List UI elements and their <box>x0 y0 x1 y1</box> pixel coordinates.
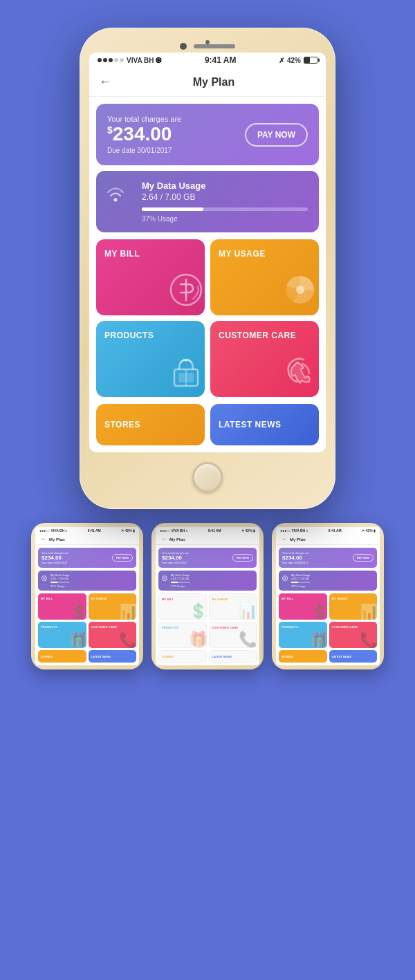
thumb-usage-3: 37% Usage <box>291 584 311 588</box>
thumb-grid-2: MY BILL 💲 MY USAGE 📊 PRODUCTS 🎁 CUSTOMER… <box>158 593 257 648</box>
thumb-tile-care-1: CUSTOMER CARE 📞 <box>89 622 137 648</box>
progress-bar <box>142 207 308 211</box>
thumb-status-1: ●●●○○ VIVA BH ≈ 9:41 AM ✕ 42% ▮ <box>35 527 139 534</box>
products-icon <box>162 347 205 397</box>
thumb-tile-care-label-2: CUSTOMER CARE <box>212 626 239 629</box>
thumb-tile-bill-2: MY BILL 💲 <box>158 593 207 620</box>
thumb-data-icon-1: ⊛ <box>41 573 48 588</box>
phone-speaker <box>194 44 235 48</box>
tile-my-usage[interactable]: MY USAGE <box>210 239 319 315</box>
thumb-bottom-3: STORES LATEST NEWS <box>279 650 377 663</box>
thumb-tile-products-label-1: PRODUCTS <box>41 625 57 629</box>
tile-products[interactable]: PRODUCTS <box>96 321 205 397</box>
thumb-progress-fill-3 <box>291 582 298 583</box>
wifi-signal-svg <box>107 183 132 208</box>
thumb-tile-usage-icon-1: 📊 <box>119 603 136 620</box>
thumb-screen-1: ●●●○○ VIVA BH ≈ 9:41 AM ✕ 42% ▮ ← My Pla… <box>35 527 139 665</box>
thumb-stores-3: STORES <box>279 650 327 663</box>
thumbnail-phone-2: ●●●○○ VIVA BH ≈ 9:41 AM ✕ 42% ▮ ← My Pla… <box>151 523 264 669</box>
tile-latest-news-label: LATEST NEWS <box>219 420 282 429</box>
thumb-tile-usage-3: MY USAGE 📊 <box>329 593 378 620</box>
thumb-header-3: ← My Plan <box>276 534 380 545</box>
thumb-data-info-1: My Data Usage 2.64 / 7.00 GB 37% Usage <box>50 573 70 588</box>
tile-customer-care[interactable]: CUSTOMER CARE <box>210 321 319 397</box>
thumb-amount-2: $234.00 <box>162 555 189 561</box>
tile-stores[interactable]: STORES <box>96 404 205 445</box>
tile-my-bill[interactable]: MY BILL <box>96 239 205 315</box>
data-amount: 2.64 / 7.00 GB <box>142 192 308 202</box>
thumb-tile-bill-icon-1: 💲 <box>69 603 86 620</box>
signal-dot-4 <box>114 58 118 62</box>
thumb-title-1: My Plan <box>49 537 65 542</box>
thumb-progress-2 <box>171 582 190 583</box>
home-button[interactable] <box>192 462 223 492</box>
thumb-data-2: ⊛ My Data Usage 2.64 / 7.00 GB 37% Usage <box>158 571 257 591</box>
thumbnail-phone-3: ●●●○○ VIVA BH ≈ 9:41 AM ✕ 42% ▮ ← My Pla… <box>272 523 384 669</box>
thumb-tile-products-label-3: PRODUCTS <box>282 625 298 629</box>
thumb-tile-usage-label-2: MY USAGE <box>212 598 228 601</box>
thumb-tile-products-icon-3: 🎁 <box>310 631 327 648</box>
thumb-tile-care-3: CUSTOMER CARE 📞 <box>329 622 378 648</box>
thumb-news-3: LATEST NEWS <box>329 650 378 663</box>
bill-icon <box>162 266 205 315</box>
thumb-charge-info-3: Your total charges are $234.00 Due date … <box>282 551 309 564</box>
usage-icon <box>276 266 319 315</box>
thumb-bottom-1: STORES LATEST NEWS <box>38 650 136 663</box>
thumb-tile-usage-label-1: MY USAGE <box>91 597 107 600</box>
thumb-battery-1: ✕ 42% ▮ <box>121 528 135 533</box>
menu-grid: MY BILL MY USAGE <box>89 239 326 404</box>
thumb-tile-bill-icon-2: 💲 <box>189 602 207 620</box>
charge-due: Due date 30/01/2017 <box>107 147 181 154</box>
thumb-tile-products-label-2: PRODUCTS <box>162 626 178 629</box>
thumb-bottom-2: STORES LATEST NEWS <box>158 650 257 663</box>
thumb-time-3: 9:41 AM <box>329 528 342 533</box>
thumb-screen-2: ●●●○○ VIVA BH ≈ 9:41 AM ✕ 42% ▮ ← My Pla… <box>156 527 259 665</box>
thumb-data-icon-2: ⊛ <box>161 573 168 588</box>
thumb-tile-bill-label-1: MY BILL <box>41 597 53 600</box>
status-left: VIVA BH ⊛ <box>98 55 162 65</box>
thumb-stores-1: STORES <box>38 650 86 663</box>
thumb-tile-care-icon-3: 📞 <box>360 631 377 648</box>
thumb-news-label-3: LATEST NEWS <box>332 655 351 658</box>
back-button[interactable]: ← <box>99 75 111 89</box>
thumb-progress-1 <box>50 582 70 583</box>
thumb-pay-2: PAY NOW <box>232 554 253 562</box>
thumb-tile-bill-3: MY BILL 💲 <box>279 593 327 620</box>
thumb-progress-3 <box>291 582 311 583</box>
thumb-grid-1: MY BILL 💲 MY USAGE 📊 PRODUCTS 🎁 CUSTOMER… <box>38 593 136 648</box>
charge-amount: $234.00 <box>107 123 181 145</box>
signal-dot-2 <box>103 58 107 62</box>
charge-info: Your total charges are $234.00 Due date … <box>107 115 181 154</box>
amount-value: 234.00 <box>113 123 172 145</box>
customer-care-icon <box>276 347 319 397</box>
thumb-pay-1: PAY NOW <box>112 554 133 562</box>
tile-my-usage-label: MY USAGE <box>219 249 266 259</box>
svg-point-2 <box>296 286 304 294</box>
charge-card: Your total charges are $234.00 Due date … <box>96 104 319 165</box>
phone-top-bar <box>89 37 326 53</box>
bottom-row: STORES LATEST NEWS <box>89 404 326 452</box>
tile-latest-news[interactable]: LATEST NEWS <box>210 404 319 445</box>
thumb-tile-products-3: PRODUCTS 🎁 <box>279 622 327 648</box>
thumbnail-row: ●●●○○ VIVA BH ≈ 9:41 AM ✕ 42% ▮ ← My Pla… <box>0 509 415 669</box>
battery-pct: 42% <box>287 57 301 64</box>
thumb-status-2: ●●●○○ VIVA BH ≈ 9:41 AM ✕ 42% ▮ <box>156 527 259 534</box>
thumb-tile-usage-icon-3: 📊 <box>360 603 377 620</box>
thumb-stores-label-1: STORES <box>41 655 52 658</box>
thumb-stores-label-3: STORES <box>282 655 293 658</box>
thumb-carrier-3: ●●●○○ VIVA BH ≈ <box>280 528 308 533</box>
thumb-tile-products-1: PRODUCTS 🎁 <box>38 622 86 648</box>
thumb-battery-3: ✕ 42% ▮ <box>362 528 376 533</box>
thumb-back-3: ← <box>282 536 287 542</box>
thumb-carrier-1: ●●●○○ VIVA BH ≈ <box>39 528 67 533</box>
pay-now-button[interactable]: PAY NOW <box>245 123 308 147</box>
thumb-data-icon-3: ⊛ <box>282 573 288 588</box>
progress-fill <box>142 207 203 211</box>
currency-symbol: $ <box>107 124 113 136</box>
thumb-title-2: My Plan <box>169 537 185 542</box>
thumb-tile-bill-label-2: MY BILL <box>162 598 174 601</box>
thumb-data-amt-1: 2.64 / 7.00 GB <box>50 577 70 580</box>
wifi-icon: ⊛ <box>155 55 162 65</box>
usage-percent: 37% Usage <box>142 215 308 223</box>
thumb-tile-products-icon-1: 🎁 <box>69 631 86 648</box>
